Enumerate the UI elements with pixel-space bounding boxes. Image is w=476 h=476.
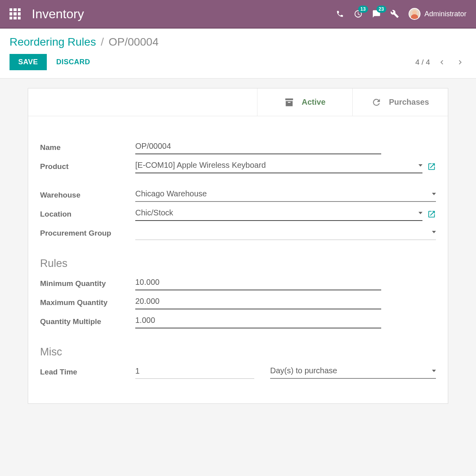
button-box-spacer bbox=[28, 88, 257, 116]
name-input[interactable] bbox=[135, 141, 381, 152]
messages-badge: 23 bbox=[376, 6, 386, 13]
min-qty-label: Minimum Quantity bbox=[40, 279, 135, 288]
messages-icon[interactable]: 23 bbox=[372, 10, 381, 18]
content-area: Active Purchases Name P bbox=[0, 79, 476, 413]
location-row: Location bbox=[40, 207, 436, 222]
avatar-icon bbox=[409, 8, 420, 20]
max-qty-row: Maximum Quantity bbox=[40, 295, 436, 310]
min-qty-input[interactable] bbox=[135, 277, 381, 288]
lead-time-input[interactable] bbox=[135, 366, 254, 376]
stat-button-box: Active Purchases bbox=[28, 88, 448, 116]
misc-section-title: Misc bbox=[40, 346, 436, 358]
refresh-icon bbox=[371, 97, 382, 107]
max-qty-label: Maximum Quantity bbox=[40, 298, 135, 307]
chevron-down-icon bbox=[418, 164, 422, 167]
phone-icon[interactable] bbox=[336, 10, 344, 18]
external-link-icon[interactable] bbox=[427, 210, 436, 219]
lead-time-label: Lead Time bbox=[40, 368, 135, 376]
pager: 4 / 4 bbox=[415, 56, 466, 69]
lead-time-unit-select[interactable] bbox=[270, 365, 430, 376]
breadcrumb-parent-link[interactable]: Reordering Rules bbox=[10, 36, 96, 48]
form-sheet: Active Purchases Name P bbox=[28, 88, 448, 404]
apps-launcher-icon[interactable] bbox=[10, 8, 21, 19]
qty-multiple-input[interactable] bbox=[135, 315, 381, 326]
location-select[interactable] bbox=[135, 207, 416, 218]
name-row: Name bbox=[40, 140, 436, 155]
form-body: Name Product bbox=[28, 116, 448, 403]
pager-next-button[interactable] bbox=[454, 56, 466, 69]
product-select[interactable] bbox=[135, 160, 416, 171]
chevron-down-icon bbox=[418, 212, 422, 214]
min-qty-row: Minimum Quantity bbox=[40, 276, 436, 291]
control-panel: Reordering Rules / OP/00004 SAVE DISCARD… bbox=[0, 29, 476, 79]
breadcrumb-current: OP/00004 bbox=[109, 36, 159, 48]
qty-multiple-row: Quantity Multiple bbox=[40, 314, 436, 329]
active-toggle-button[interactable]: Active bbox=[257, 88, 353, 116]
qty-multiple-label: Quantity Multiple bbox=[40, 317, 135, 326]
archive-icon bbox=[284, 97, 294, 107]
purchases-stat-button[interactable]: Purchases bbox=[353, 88, 448, 116]
chevron-down-icon bbox=[432, 231, 436, 233]
procurement-group-select[interactable] bbox=[135, 227, 430, 238]
lead-time-row: Lead Time bbox=[40, 365, 436, 380]
pager-prev-button[interactable] bbox=[436, 56, 448, 69]
activities-icon[interactable]: 13 bbox=[354, 10, 363, 18]
pager-text: 4 / 4 bbox=[415, 58, 430, 67]
top-navbar: Inventory 13 23 Administrator bbox=[0, 0, 476, 29]
chevron-down-icon bbox=[432, 193, 436, 195]
warehouse-label: Warehouse bbox=[40, 191, 135, 200]
breadcrumb-separator: / bbox=[101, 36, 104, 48]
chevron-down-icon bbox=[432, 370, 436, 372]
tools-icon[interactable] bbox=[390, 10, 399, 18]
warehouse-row: Warehouse bbox=[40, 188, 436, 203]
app-title[interactable]: Inventory bbox=[32, 7, 336, 21]
activities-badge: 13 bbox=[358, 6, 368, 13]
product-row: Product bbox=[40, 159, 436, 174]
location-label: Location bbox=[40, 210, 135, 219]
rules-section-title: Rules bbox=[40, 257, 436, 270]
active-label: Active bbox=[301, 98, 325, 107]
save-button[interactable]: SAVE bbox=[10, 54, 47, 70]
product-label: Product bbox=[40, 162, 135, 171]
user-menu[interactable]: Administrator bbox=[409, 8, 466, 20]
purchases-label: Purchases bbox=[389, 98, 429, 107]
breadcrumb: Reordering Rules / OP/00004 bbox=[10, 36, 466, 48]
procurement-group-row: Procurement Group bbox=[40, 226, 436, 241]
discard-button[interactable]: DISCARD bbox=[56, 58, 90, 66]
external-link-icon[interactable] bbox=[427, 162, 436, 171]
name-label: Name bbox=[40, 143, 135, 152]
warehouse-select[interactable] bbox=[135, 188, 430, 199]
procurement-group-label: Procurement Group bbox=[40, 229, 135, 238]
max-qty-input[interactable] bbox=[135, 296, 381, 307]
user-name: Administrator bbox=[424, 10, 466, 18]
